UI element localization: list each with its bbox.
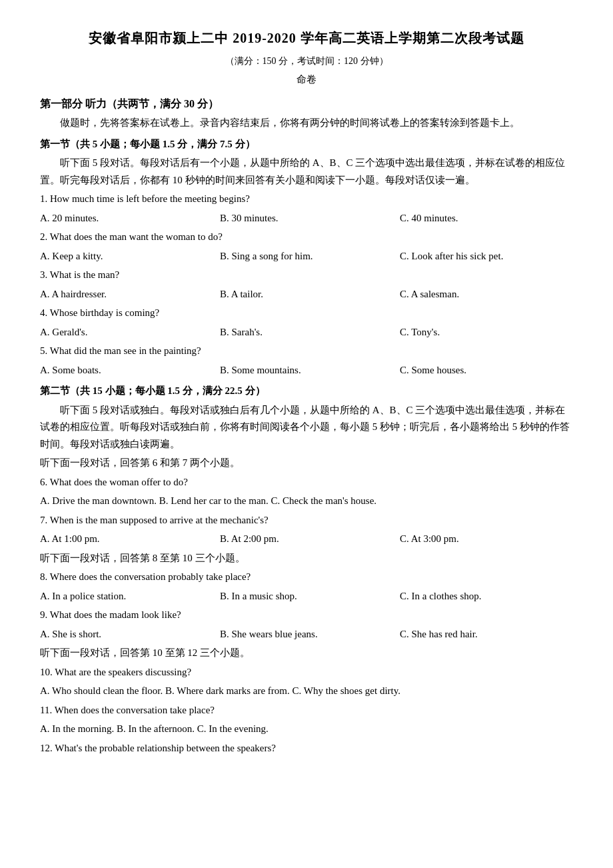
section2-intro: 听下面 5 段对话或独白。每段对话或独白后有几个小题，从题中所给的 A、B、C … <box>40 402 573 453</box>
option: A. Gerald's. <box>40 324 213 341</box>
question-text: 6. What does the woman offer to do? <box>40 474 573 491</box>
option: B. Sing a song for him. <box>220 248 393 265</box>
question-item: 10. What are the speakers discussing?A. … <box>40 664 573 700</box>
options-line: A. At 1:00 pm.B. At 2:00 pm.C. At 3:00 p… <box>40 531 573 548</box>
question-item: 2. What does the man want the woman to d… <box>40 229 573 265</box>
part1-intro: 做题时，先将答案标在试卷上。录音内容结束后，你将有两分钟的时间将试卷上的答案转涂… <box>40 115 573 132</box>
section2: 第二节（共 15 小题；每小题 1.5 分，满分 22.5 分） 听下面 5 段… <box>40 383 573 757</box>
option: A. In a police station. <box>40 588 213 605</box>
questions-10-12: 10. What are the speakers discussing?A. … <box>40 664 573 757</box>
option: A. 20 minutes. <box>40 210 213 227</box>
part1-title: 第一部分 听力（共两节，满分 30 分） <box>40 95 573 113</box>
question-item: 1. How much time is left before the meet… <box>40 191 573 227</box>
page-wrapper: 安徽省阜阳市颍上二中 2019-2020 学年高二英语上学期第二次段考试题 （满… <box>40 27 573 757</box>
option: B. 30 minutes. <box>220 210 393 227</box>
option: C. At 3:00 pm. <box>400 531 573 548</box>
group2-intro: 听下面一段对话，回答第 8 至第 10 三个小题。 <box>40 550 573 567</box>
question-item: 12. What's the probable relationship bet… <box>40 740 573 757</box>
options-line: A. She is short.B. She wears blue jeans.… <box>40 626 573 643</box>
option: C. 40 minutes. <box>400 210 573 227</box>
options-inline: A. In the morning. B. In the afternoon. … <box>40 721 573 738</box>
option: B. Sarah's. <box>220 324 393 341</box>
option: A. Some boats. <box>40 362 213 379</box>
option: C. Look after his sick pet. <box>400 248 573 265</box>
question-item: 9. What does the madam look like?A. She … <box>40 607 573 643</box>
option: B. Some mountains. <box>220 362 393 379</box>
question-item: 8. Where does the conversation probably … <box>40 569 573 605</box>
option: B. In a music shop. <box>220 588 393 605</box>
section2-title: 第二节（共 15 小题；每小题 1.5 分，满分 22.5 分） <box>40 383 573 400</box>
option: A. At 1:00 pm. <box>40 531 213 548</box>
group1-intro: 听下面一段对话，回答第 6 和第 7 两个小题。 <box>40 455 573 472</box>
options-inline: A. Who should clean the floor. B. Where … <box>40 683 573 700</box>
option: C. A salesman. <box>400 286 573 303</box>
subtitle2: 命卷 <box>40 71 573 89</box>
question-item: 11. When does the conversation take plac… <box>40 702 573 738</box>
question-item: 3. What is the man?A. A hairdresser.B. A… <box>40 267 573 303</box>
question-text: 11. When does the conversation take plac… <box>40 702 573 719</box>
option: A. A hairdresser. <box>40 286 213 303</box>
question-text: 2. What does the man want the woman to d… <box>40 229 573 246</box>
question-text: 12. What's the probable relationship bet… <box>40 740 573 757</box>
options-line: A. In a police station.B. In a music sho… <box>40 588 573 605</box>
questions-8-9: 8. Where does the conversation probably … <box>40 569 573 643</box>
question-text: 5. What did the man see in the painting? <box>40 343 573 360</box>
option: A. Keep a kitty. <box>40 248 213 265</box>
question-item: 7. When is the man supposed to arrive at… <box>40 512 573 548</box>
question-text: 1. How much time is left before the meet… <box>40 191 573 208</box>
options-line: A. 20 minutes.B. 30 minutes.C. 40 minute… <box>40 210 573 227</box>
main-title: 安徽省阜阳市颍上二中 2019-2020 学年高二英语上学期第二次段考试题 <box>40 27 573 49</box>
options-line: A. Gerald's.B. Sarah's.C. Tony's. <box>40 324 573 341</box>
section1-intro: 听下面 5 段对话。每段对话后有一个小题，从题中所给的 A、B、C 三个选项中选… <box>40 155 573 189</box>
question-text: 10. What are the speakers discussing? <box>40 664 573 681</box>
question-item: 5. What did the man see in the painting?… <box>40 343 573 379</box>
question-item: 4. Whose birthday is coming?A. Gerald's.… <box>40 305 573 341</box>
section1: 第一节（共 5 小题；每小题 1.5 分，满分 7.5 分） 听下面 5 段对话… <box>40 136 573 379</box>
option: C. Tony's. <box>400 324 573 341</box>
options-inline: A. Drive the man downtown. B. Lend her c… <box>40 493 573 510</box>
question-text: 3. What is the man? <box>40 267 573 284</box>
options-line: A. A hairdresser.B. A tailor.C. A salesm… <box>40 286 573 303</box>
option: C. Some houses. <box>400 362 573 379</box>
subtitle: （满分：150 分，考试时间：120 分钟） <box>40 53 573 69</box>
option: B. At 2:00 pm. <box>220 531 393 548</box>
option: C. In a clothes shop. <box>400 588 573 605</box>
question-text: 4. Whose birthday is coming? <box>40 305 573 322</box>
question-text: 9. What does the madam look like? <box>40 607 573 624</box>
option: B. A tailor. <box>220 286 393 303</box>
group3-intro: 听下面一段对话，回答第 10 至第 12 三个小题。 <box>40 645 573 662</box>
questions-1-5: 1. How much time is left before the meet… <box>40 191 573 379</box>
part1: 第一部分 听力（共两节，满分 30 分） 做题时，先将答案标在试卷上。录音内容结… <box>40 95 573 757</box>
options-line: A. Some boats.B. Some mountains.C. Some … <box>40 362 573 379</box>
options-line: A. Keep a kitty.B. Sing a song for him.C… <box>40 248 573 265</box>
question-item: 6. What does the woman offer to do?A. Dr… <box>40 474 573 510</box>
question-text: 8. Where does the conversation probably … <box>40 569 573 586</box>
option: C. She has red hair. <box>400 626 573 643</box>
option: B. She wears blue jeans. <box>220 626 393 643</box>
option: A. She is short. <box>40 626 213 643</box>
question-text: 7. When is the man supposed to arrive at… <box>40 512 573 529</box>
section1-title: 第一节（共 5 小题；每小题 1.5 分，满分 7.5 分） <box>40 136 573 153</box>
questions-6-7: 6. What does the woman offer to do?A. Dr… <box>40 474 573 548</box>
